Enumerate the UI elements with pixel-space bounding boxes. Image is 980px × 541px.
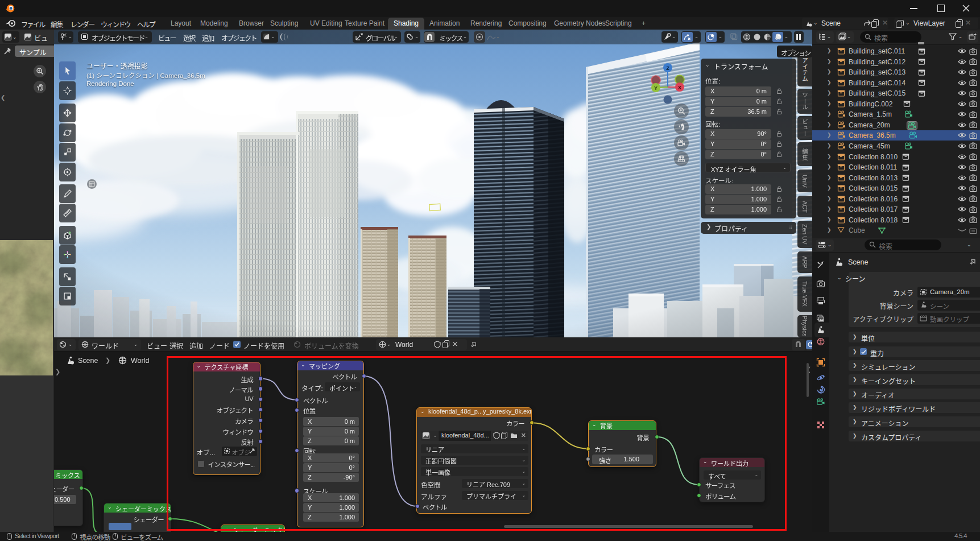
svg-text:X: X — [678, 85, 681, 90]
svg-text:Y: Y — [654, 85, 658, 91]
svg-text:Z: Z — [666, 65, 669, 71]
